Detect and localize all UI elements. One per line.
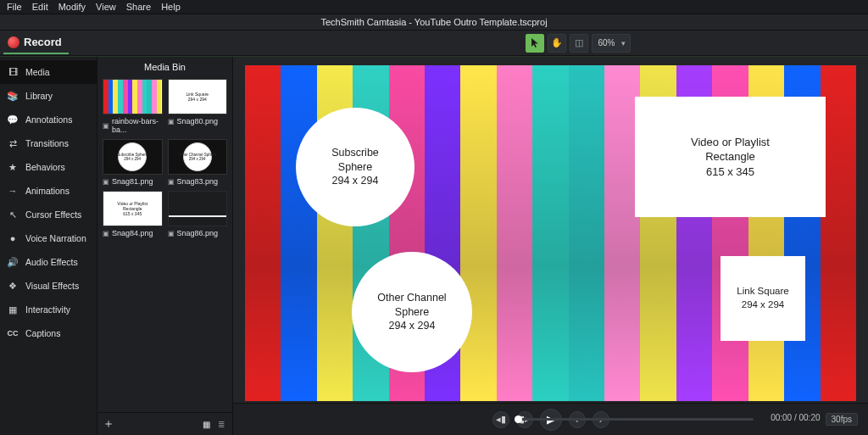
- captions-icon: CC: [7, 327, 19, 339]
- menu-edit[interactable]: Edit: [32, 2, 48, 12]
- canvas-area: Subscribe Sphere 294 x 294 Other Channel…: [233, 57, 868, 435]
- sidebar-item-visual-effects[interactable]: ❖Visual Effects: [0, 274, 97, 298]
- menu-view[interactable]: View: [96, 2, 116, 12]
- record-button[interactable]: Record: [3, 31, 69, 54]
- animations-icon: →: [7, 185, 19, 197]
- subscribe-sphere-placeholder[interactable]: Subscribe Sphere 294 x 294: [296, 108, 415, 226]
- menu-bar: File Edit Modify View Share Help: [0, 0, 868, 14]
- media-filename: Snag80.png: [177, 117, 219, 125]
- sidebar-item-transitions[interactable]: ⇄Transitions: [0, 131, 97, 155]
- sidebar-item-audio-effects[interactable]: 🔊Audio Effects: [0, 250, 97, 274]
- sidebar-item-behaviors[interactable]: ★Behaviors: [0, 155, 97, 179]
- sidebar-item-annotations[interactable]: 💬Annotations: [0, 108, 97, 131]
- media-thumbnail: [168, 191, 228, 226]
- sidebar-item-interactivity[interactable]: ▦Interactivity: [0, 298, 97, 321]
- visual-effects-icon: ❖: [7, 280, 19, 292]
- sidebar-label: Voice Narration: [25, 233, 86, 243]
- image-icon: ▣: [168, 230, 175, 237]
- sidebar-label: Library: [25, 91, 53, 101]
- media-item[interactable]: Subscribe Sphere 294 x 294 ▣Snag81.png: [103, 139, 163, 186]
- media-item[interactable]: Other Channel Sphere 294 x 294 ▣Snag83.p…: [168, 139, 228, 186]
- media-thumbnail: Link Square 294 x 294: [168, 79, 228, 114]
- list-view-button[interactable]: ≣: [215, 418, 227, 430]
- media-thumbnail: Video or Playlist Rectangle 615 x 345: [103, 191, 163, 226]
- annotations-icon: 💬: [7, 114, 19, 125]
- crop-tool-button[interactable]: ◫: [570, 34, 588, 53]
- crop-icon: ◫: [575, 37, 583, 48]
- hand-icon: ✋: [551, 37, 563, 48]
- select-tool-button[interactable]: [526, 34, 544, 53]
- tool-sidebar: 🎞Media 📚Library 💬Annotations ⇄Transition…: [0, 57, 97, 435]
- media-filename: rainbow-bars-ba...: [112, 117, 163, 134]
- cursor-icon: [531, 38, 540, 47]
- media-filename: Snag83.png: [177, 177, 219, 186]
- other-channel-sphere-placeholder[interactable]: Other Channel Sphere 294 x 294: [352, 252, 472, 372]
- sidebar-label: Captions: [25, 328, 60, 338]
- library-icon: 📚: [7, 90, 19, 102]
- sidebar-label: Transitions: [25, 138, 69, 148]
- image-icon: ▣: [103, 230, 109, 237]
- media-filename: Snag86.png: [177, 229, 219, 237]
- menu-modify[interactable]: Modify: [58, 2, 86, 12]
- media-item[interactable]: Link Square 294 x 294 ▣Snag80.png: [168, 79, 228, 134]
- media-thumbnail: Subscribe Sphere 294 x 294: [103, 139, 163, 175]
- media-filename: Snag84.png: [112, 229, 153, 237]
- sidebar-label: Audio Effects: [25, 257, 78, 267]
- image-icon: ▣: [168, 118, 175, 125]
- sidebar-item-captions[interactable]: CCCaptions: [0, 321, 97, 345]
- image-icon: ▣: [103, 178, 109, 186]
- media-item[interactable]: ▣Snag86.png: [168, 191, 228, 237]
- link-square-placeholder[interactable]: Link Square 294 x 294: [721, 256, 805, 341]
- sidebar-label: Behaviors: [25, 162, 65, 172]
- zoom-value: 60%: [598, 38, 615, 47]
- media-bin-title: Media Bin: [97, 57, 232, 77]
- progress-bar[interactable]: [515, 418, 754, 421]
- voice-narration-icon: ●: [7, 232, 19, 244]
- media-thumbnail: Other Channel Sphere 294 x 294: [168, 139, 228, 175]
- media-item[interactable]: Video or Playlist Rectangle 615 x 345 ▣S…: [103, 191, 163, 237]
- sidebar-label: Cursor Effects: [25, 209, 81, 220]
- playback-bar: ◂▮ ▮▸ ▶ ‹ › 00:00 / 00:20 30fps: [233, 403, 868, 435]
- image-icon: ▣: [168, 178, 175, 186]
- media-item[interactable]: ▣rainbow-bars-ba...: [103, 79, 163, 134]
- transitions-icon: ⇄: [7, 137, 19, 149]
- media-bin-grid: ▣rainbow-bars-ba... Link Square 294 x 29…: [97, 77, 232, 412]
- sidebar-item-voice-narration[interactable]: ●Voice Narration: [0, 226, 97, 250]
- record-icon: [8, 36, 19, 48]
- title-bar: TechSmith Camtasia - YouTube Outro Templ…: [0, 14, 868, 31]
- prev-frame-button[interactable]: ◂▮: [492, 411, 509, 428]
- time-display: 00:00 / 00:20: [771, 413, 820, 426]
- audio-effects-icon: 🔊: [7, 256, 19, 268]
- toolbar-row: Record ✋ ◫ 60%: [0, 31, 868, 56]
- video-playlist-placeholder[interactable]: Video or Playlist Rectangle 615 x 345: [635, 97, 826, 217]
- sidebar-item-library[interactable]: 📚Library: [0, 84, 97, 108]
- menu-share[interactable]: Share: [126, 2, 151, 12]
- sidebar-item-cursor-effects[interactable]: ↖Cursor Effects: [0, 203, 97, 226]
- media-icon: 🎞: [7, 66, 19, 78]
- menu-file[interactable]: File: [7, 2, 22, 12]
- sidebar-item-media[interactable]: 🎞Media: [0, 60, 97, 84]
- sidebar-label: Visual Effects: [25, 281, 79, 291]
- pan-tool-button[interactable]: ✋: [548, 34, 566, 53]
- image-icon: ▣: [103, 122, 109, 130]
- record-label: Record: [24, 36, 62, 48]
- cursor-effects-icon: ↖: [7, 209, 19, 220]
- preview-canvas[interactable]: Subscribe Sphere 294 x 294 Other Channel…: [245, 65, 856, 401]
- sidebar-label: Annotations: [25, 114, 72, 125]
- grid-view-button[interactable]: ▦: [200, 418, 212, 430]
- playhead-icon[interactable]: [515, 415, 522, 423]
- sidebar-label: Interactivity: [25, 304, 70, 315]
- project-title: TechSmith Camtasia - YouTube Outro Templ…: [320, 17, 547, 27]
- add-media-button[interactable]: ＋: [103, 416, 114, 432]
- zoom-select[interactable]: 60%: [592, 34, 631, 53]
- media-bin-panel: Media Bin ▣rainbow-bars-ba... Link Squar…: [97, 57, 233, 435]
- prev-frame-icon: ◂▮: [496, 414, 506, 425]
- behaviors-icon: ★: [7, 161, 19, 173]
- menu-help[interactable]: Help: [161, 2, 181, 12]
- sidebar-label: Media: [25, 67, 50, 77]
- media-thumbnail: [103, 79, 163, 114]
- media-filename: Snag81.png: [112, 177, 153, 186]
- fps-display: 30fps: [826, 413, 858, 426]
- sidebar-item-animations[interactable]: →Animations: [0, 179, 97, 203]
- interactivity-icon: ▦: [7, 304, 19, 315]
